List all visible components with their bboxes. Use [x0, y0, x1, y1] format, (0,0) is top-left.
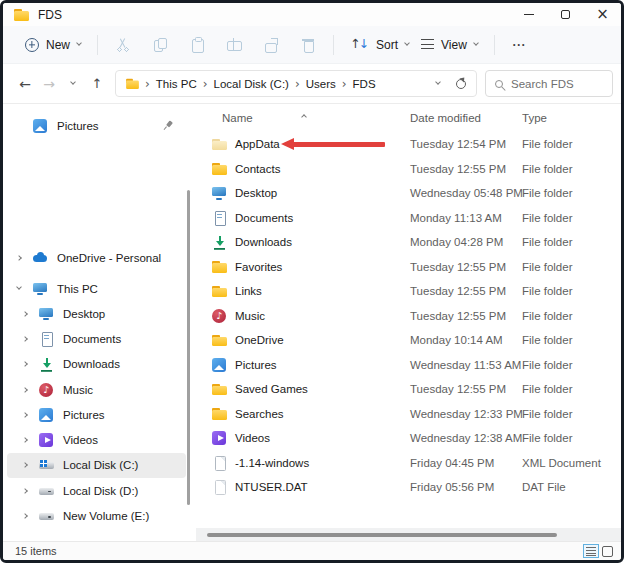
file-type: File folder	[522, 163, 621, 175]
file-row[interactable]: Saved Games Tuesday 12:55 PM File folder	[196, 377, 621, 402]
sidebar-item[interactable]: New Volume (E:)	[7, 503, 186, 528]
horizontal-scrollbar[interactable]	[196, 528, 621, 541]
file-row[interactable]: Contacts Tuesday 12:55 PM File folder	[196, 157, 621, 182]
sidebar-item[interactable]: Documents	[7, 326, 186, 351]
details-view-toggle[interactable]	[583, 544, 599, 558]
file-row[interactable]: Desktop Wednesday 05:48 PM File folder	[196, 181, 621, 206]
breadcrumb-users[interactable]: Users	[304, 78, 338, 90]
refresh-icon[interactable]	[456, 79, 466, 89]
search-input[interactable]	[511, 78, 603, 90]
sidebar-item-icon	[38, 382, 55, 397]
file-type: XML Document	[522, 457, 621, 469]
file-row[interactable]: Documents Monday 11:13 AM File folder	[196, 206, 621, 231]
pin-icon	[158, 116, 176, 134]
file-name: Links	[235, 285, 262, 297]
back-button[interactable]: ←	[13, 71, 37, 97]
clipboard-group	[108, 30, 323, 60]
file-item-icon	[211, 455, 228, 470]
column-header-name[interactable]: Name	[222, 112, 410, 124]
expand-chevron[interactable]	[17, 463, 33, 467]
file-row[interactable]: AppData Tuesday 12:54 PM File folder	[196, 132, 621, 157]
address-bar[interactable]: › This PC › Local Disk (C:) › Users › FD…	[115, 70, 477, 97]
minimize-button[interactable]	[510, 3, 547, 26]
up-button[interactable]: ↑	[85, 71, 109, 97]
sidebar-item[interactable]: Pictures	[7, 402, 186, 427]
sidebar-item[interactable]: Music	[7, 377, 186, 402]
search-box[interactable]	[485, 70, 613, 97]
sort-button[interactable]: ↑↓ Sort	[344, 30, 415, 60]
file-date-modified: Monday 04:28 PM	[410, 236, 522, 248]
sidebar-item[interactable]: Local Disk (D:)	[7, 478, 186, 503]
column-header-date-modified[interactable]: Date modified	[410, 112, 522, 124]
sidebar-item-icon	[38, 433, 55, 448]
file-row[interactable]: -1.14-windows Friday 04:45 PM XML Docume…	[196, 451, 621, 476]
file-item-icon	[211, 161, 228, 176]
expand-chevron[interactable]	[17, 337, 33, 341]
collapse-chevron[interactable]	[11, 288, 27, 289]
file-row[interactable]: Videos Wednesday 12:38 AM File folder	[196, 426, 621, 451]
breadcrumb-this-pc[interactable]: This PC	[154, 78, 199, 90]
file-row[interactable]: Searches Wednesday 12:33 PM File folder	[196, 402, 621, 427]
file-row[interactable]: Music Tuesday 12:55 PM File folder	[196, 304, 621, 329]
toolbar-separator	[333, 35, 334, 55]
expand-chevron[interactable]	[11, 256, 27, 260]
file-row[interactable]: Pictures Wednesday 11:53 AM File folder	[196, 353, 621, 378]
file-name: Searches	[235, 408, 284, 420]
sidebar-item-this-pc[interactable]: This PC	[7, 276, 186, 301]
sidebar-item-onedrive[interactable]: OneDrive - Personal	[7, 245, 186, 270]
address-folder-icon	[125, 77, 139, 90]
cut-button[interactable]	[108, 30, 138, 60]
sidebar-spacer	[3, 138, 196, 245]
close-button[interactable]: ×	[584, 3, 621, 26]
file-name: -1.14-windows	[235, 457, 309, 469]
sidebar-item[interactable]: Videos	[7, 427, 186, 452]
this-pc-icon	[32, 281, 49, 296]
column-header-type[interactable]: Type	[522, 112, 621, 124]
expand-chevron[interactable]	[17, 312, 33, 316]
share-button[interactable]	[256, 30, 286, 60]
file-item-icon	[211, 186, 228, 201]
file-name: Pictures	[235, 359, 277, 371]
expand-chevron[interactable]	[17, 388, 33, 392]
copy-icon	[152, 37, 168, 53]
see-more-button[interactable]: •••	[505, 30, 535, 60]
expand-chevron[interactable]	[17, 362, 33, 366]
sidebar-item[interactable]: Downloads	[7, 352, 186, 377]
file-row[interactable]: Favorites Tuesday 12:55 PM File folder	[196, 255, 621, 280]
sidebar-item[interactable]: Local Disk (C:)	[7, 453, 186, 478]
sidebar-item-pictures-pinned[interactable]: Pictures	[7, 113, 186, 138]
expand-chevron[interactable]	[17, 489, 33, 493]
rename-button[interactable]	[219, 30, 249, 60]
file-date-modified: Friday 05:56 PM	[410, 481, 522, 493]
plus-circle-icon	[25, 38, 39, 52]
file-type: File folder	[522, 187, 621, 199]
breadcrumb-local-disk-c[interactable]: Local Disk (C:)	[212, 78, 291, 90]
file-item-icon	[211, 431, 228, 446]
sidebar-scrollbar[interactable]	[187, 190, 190, 505]
file-row[interactable]: NTUSER.DAT Friday 05:56 PM DAT File	[196, 475, 621, 500]
sidebar-item-icon	[38, 407, 55, 422]
file-row[interactable]: OneDrive Monday 10:14 AM File folder	[196, 328, 621, 353]
forward-button[interactable]: →	[37, 71, 61, 97]
file-type: File folder	[522, 212, 621, 224]
horizontal-scrollbar-thumb[interactable]	[207, 533, 557, 537]
copy-button[interactable]	[145, 30, 175, 60]
expand-chevron[interactable]	[17, 438, 33, 442]
recent-locations-button[interactable]	[61, 71, 85, 97]
expand-chevron[interactable]	[17, 413, 33, 417]
sidebar-item[interactable]: Desktop	[7, 301, 186, 326]
expand-chevron[interactable]	[17, 514, 33, 518]
file-list: AppData Tuesday 12:54 PM File folder Con…	[196, 132, 621, 500]
delete-button[interactable]	[293, 30, 323, 60]
address-dropdown-chevron[interactable]	[435, 79, 441, 85]
large-icons-view-toggle[interactable]	[602, 546, 613, 557]
file-row[interactable]: Downloads Monday 04:28 PM File folder	[196, 230, 621, 255]
breadcrumb-fds[interactable]: FDS	[351, 78, 378, 90]
maximize-button[interactable]	[547, 3, 584, 26]
file-date-modified: Wednesday 12:33 PM	[410, 408, 522, 420]
view-button[interactable]: View	[415, 30, 484, 60]
file-row[interactable]: Links Tuesday 12:55 PM File folder	[196, 279, 621, 304]
new-button[interactable]: New	[19, 30, 87, 60]
file-name: OneDrive	[235, 334, 284, 346]
paste-button[interactable]	[182, 30, 212, 60]
